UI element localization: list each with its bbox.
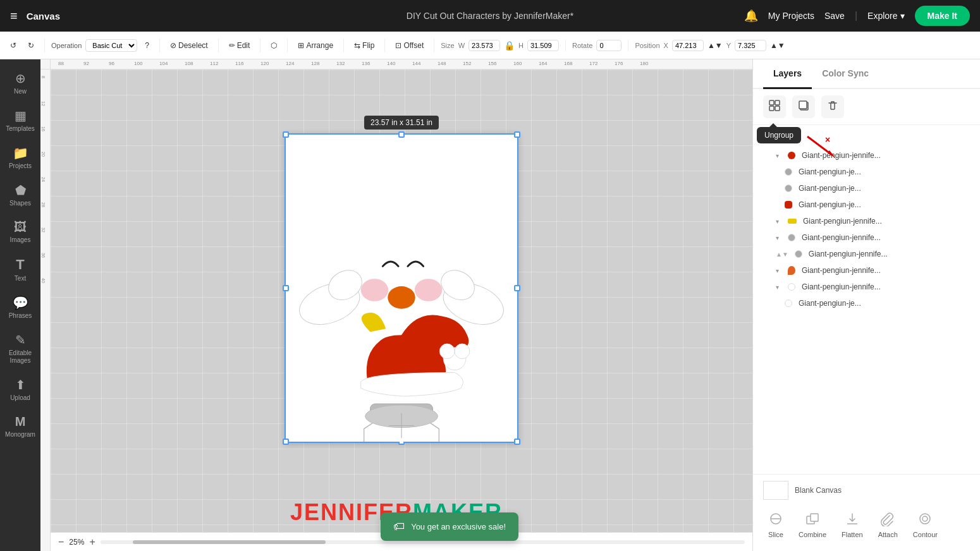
- height-input[interactable]: [527, 40, 559, 51]
- sidebar-item-label-projects: Projects: [9, 162, 32, 170]
- layer-item[interactable]: ▾ Giant-pengiun-jennife...: [753, 262, 980, 279]
- sidebar-item-editable-images[interactable]: ✎ EditableImages: [3, 327, 38, 370]
- svg-rect-21: [769, 106, 774, 111]
- editable-images-icon: ✎: [15, 332, 26, 348]
- layer-item[interactable]: ▲▼ Giant-pengiun-jennife...: [753, 246, 980, 262]
- rotate-input[interactable]: [596, 40, 622, 51]
- combine-button[interactable]: Combine: [793, 509, 831, 541]
- separator: |: [855, 10, 857, 21]
- svg-rect-30: [811, 514, 818, 521]
- svg-point-32: [920, 514, 930, 524]
- sidebar-item-shapes[interactable]: ⬟ Shapes: [3, 178, 38, 212]
- flip-group: ⇆ Flip: [350, 39, 385, 52]
- canvas-container[interactable]: 88 92 96 100 104 108 112 116 120 124 128…: [40, 59, 752, 551]
- layer-name: Giant-pengiun-jennife...: [802, 233, 881, 242]
- y-input[interactable]: [735, 40, 766, 51]
- undo-button[interactable]: ↺: [6, 39, 20, 52]
- svg-rect-26: [799, 101, 807, 109]
- help-icon[interactable]: ?: [141, 39, 153, 52]
- lock-icon[interactable]: 🔒: [504, 40, 515, 51]
- svg-rect-20: [775, 100, 780, 105]
- images-icon: 🖼: [14, 220, 27, 234]
- canvas-work-area[interactable]: 23.57 in x 31.51 in: [51, 70, 752, 532]
- layer-chevron-icon: ▾: [776, 234, 779, 241]
- sidebar-item-images[interactable]: 🖼 Images: [3, 215, 38, 249]
- combine-label: Combine: [799, 531, 826, 538]
- sidebar-item-phrases[interactable]: 💬 Phrases: [3, 290, 38, 325]
- delete-button[interactable]: [821, 95, 844, 118]
- sidebar-item-monogram[interactable]: M Monogram: [3, 409, 38, 444]
- rotate-label: Rotate: [572, 42, 592, 49]
- attach-button[interactable]: Attach: [873, 509, 903, 541]
- operation-select[interactable]: Basic Cut: [85, 39, 137, 52]
- contour-button[interactable]: Contour: [908, 509, 943, 541]
- x-input[interactable]: [672, 40, 704, 51]
- layer-item[interactable]: Giant-pengiun-je...: [753, 180, 980, 197]
- sidebar-item-new[interactable]: ⊕ New: [3, 66, 38, 100]
- sidebar-item-projects[interactable]: 📁 Projects: [3, 140, 38, 175]
- deselect-icon: ⊘: [170, 41, 176, 50]
- layer-name: Giant-pengiun-je...: [799, 184, 861, 193]
- layer-color-dot: [785, 168, 792, 176]
- layer-chevron-icon: ▾: [776, 218, 779, 225]
- ruler-corner: [40, 59, 51, 70]
- height-label: H: [518, 42, 524, 49]
- layer-item[interactable]: Giant-pengiun-je...: [753, 295, 980, 312]
- sidebar-item-label-monogram: Monogram: [5, 431, 35, 439]
- slice-button[interactable]: Slice: [763, 509, 788, 541]
- svg-point-9: [439, 344, 455, 359]
- layer-name: Giant-pengiun-je...: [799, 200, 861, 209]
- sidebar-item-upload[interactable]: ⬆ Upload: [3, 372, 38, 407]
- slice-icon: [768, 511, 783, 530]
- layer-color-dot: [785, 300, 792, 307]
- layer-item[interactable]: ▾ Giant-pengiun-jennife...: [753, 279, 980, 295]
- layer-eye-arrows-icon: ▲▼: [776, 251, 788, 258]
- text-icon: T: [16, 257, 24, 273]
- toolbar: ↺ ↻ Operation Basic Cut ? ⊘ Deselect ✏ E…: [0, 32, 980, 59]
- layer-item[interactable]: ▾ Giant-pengiun-jennife...: [753, 229, 980, 246]
- layer-item[interactable]: Giant-pengiun-je...: [753, 197, 980, 213]
- layer-item[interactable]: ▾ Giant-pengiun-jennife...: [753, 147, 980, 164]
- tab-layers[interactable]: Layers: [763, 59, 812, 89]
- sale-banner[interactable]: 🏷 You get an exclusive sale!: [381, 512, 518, 541]
- attach-icon: [880, 511, 895, 530]
- svg-point-33: [922, 516, 928, 521]
- group-button[interactable]: Ungroup ×: [763, 95, 786, 118]
- edit-group: ✏ Edit: [225, 39, 261, 52]
- sidebar-item-templates[interactable]: ▦ Templates: [3, 103, 38, 138]
- width-input[interactable]: [469, 40, 500, 51]
- arrange-button[interactable]: ⊞ Arrange: [294, 39, 337, 52]
- sidebar-item-text[interactable]: T Text: [3, 251, 38, 288]
- zoom-out-button[interactable]: −: [58, 536, 64, 548]
- design-canvas[interactable]: 23.57 in x 31.51 in: [285, 133, 518, 443]
- tab-color-sync[interactable]: Color Sync: [812, 59, 879, 89]
- projects-icon: 📁: [13, 145, 28, 160]
- zoom-level: 25%: [69, 538, 84, 547]
- size-icon[interactable]: ⬡: [267, 39, 281, 52]
- zoom-in-button[interactable]: +: [89, 536, 95, 548]
- width-label: W: [458, 42, 465, 49]
- deselect-button[interactable]: ⊘ Deselect: [166, 39, 212, 52]
- layer-item[interactable]: Giant-pengiun-je...: [753, 164, 980, 180]
- explore-button[interactable]: Explore ▾: [867, 11, 904, 21]
- notification-bell-icon[interactable]: 🔔: [744, 9, 758, 23]
- layer-name: Giant-pengiun-je...: [799, 167, 861, 176]
- redo-button[interactable]: ↻: [24, 39, 38, 52]
- svg-point-5: [415, 279, 443, 301]
- edit-button[interactable]: ✏ Edit: [225, 39, 254, 52]
- flatten-label: Flatten: [842, 531, 863, 538]
- save-button[interactable]: Save: [824, 11, 845, 21]
- make-it-button[interactable]: Make It: [915, 6, 970, 26]
- offset-button[interactable]: ⊡ Offset: [391, 39, 427, 52]
- layer-item[interactable]: ▾ Giant-pengiun-jennife...: [753, 213, 980, 229]
- duplicate-button[interactable]: [792, 95, 815, 118]
- svg-point-4: [361, 279, 389, 301]
- menu-icon[interactable]: ≡: [10, 9, 18, 23]
- right-panel: Layers Color Sync Ungroup: [752, 59, 980, 551]
- page-title: DIY Cut Out Characters by JenniferMaker*: [407, 11, 573, 21]
- delete-icon: [826, 99, 839, 115]
- flatten-button[interactable]: Flatten: [836, 509, 868, 541]
- my-projects-link[interactable]: My Projects: [768, 11, 814, 21]
- layer-name: Giant-pengiun-je...: [799, 299, 861, 308]
- flip-button[interactable]: ⇆ Flip: [350, 39, 378, 52]
